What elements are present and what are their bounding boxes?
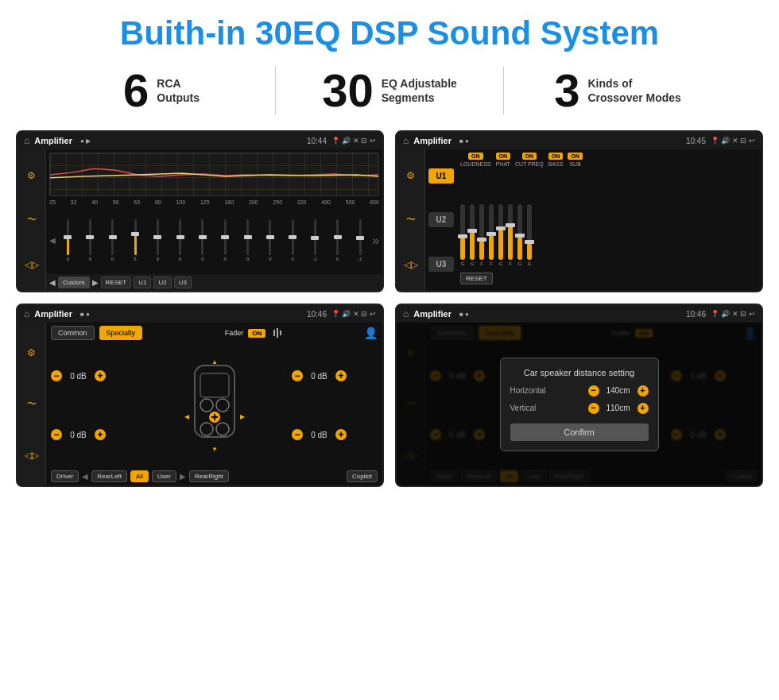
fader-home-icon[interactable]: ⌂: [24, 308, 29, 319]
eq-arrow-right[interactable]: »: [372, 234, 379, 248]
phat-on[interactable]: ON: [496, 153, 511, 160]
eq-slider-7[interactable]: 0: [192, 219, 213, 261]
loudness-slider[interactable]: G: [460, 204, 465, 266]
crossover-reset-btn[interactable]: RESET: [460, 273, 493, 284]
eq-prev-btn[interactable]: ◀: [49, 278, 56, 287]
sub-label: SUB: [569, 161, 580, 167]
eq-slider-11[interactable]: 0: [282, 219, 303, 261]
horizontal-minus[interactable]: −: [588, 385, 599, 396]
eq-u2-btn[interactable]: U2: [153, 277, 171, 288]
eq-status-bar: ⌂ Amplifier ● ▶ 10:44 📍 🔊 ✕ ⊟ ↩: [17, 132, 382, 149]
vertical-value: 110cm: [603, 404, 634, 412]
cutfreq-slider-g[interactable]: G: [498, 204, 503, 266]
eq-wave-icon[interactable]: 〜: [27, 213, 37, 226]
eq-slider-3[interactable]: 0: [103, 219, 123, 261]
crossover-left-sidebar: ⚙ 〜 ◁▷: [397, 149, 425, 291]
eq-slider-2[interactable]: 0: [79, 219, 100, 261]
vertical-minus[interactable]: −: [588, 403, 599, 414]
eq-slider-9[interactable]: 0: [237, 219, 258, 261]
fader-specialty-tab[interactable]: Specialty: [99, 326, 143, 340]
confirm-button[interactable]: Confirm: [510, 423, 649, 441]
fader-rearright-btn[interactable]: RearRight: [189, 470, 229, 482]
phat-ctrl: ON PHAT: [496, 153, 511, 167]
eq-slider-4[interactable]: 5: [125, 219, 145, 261]
eq-slider-14[interactable]: -1: [350, 219, 370, 261]
crossover-wave-icon[interactable]: 〜: [406, 213, 416, 226]
eq-sliders-row: ◀ 0 0: [46, 207, 382, 274]
crossover-vol-icon[interactable]: ◁▷: [404, 259, 418, 270]
phat-slider-f[interactable]: F: [479, 204, 484, 266]
db-control-2: − 0 dB +: [51, 429, 137, 440]
u2-button[interactable]: U2: [428, 212, 454, 227]
cutfreq-slider-f[interactable]: F: [489, 204, 494, 266]
sub-slider[interactable]: G: [527, 204, 532, 266]
eq-home-icon[interactable]: ⌂: [24, 135, 29, 146]
db-minus-4[interactable]: −: [292, 429, 303, 440]
u3-button[interactable]: U3: [428, 257, 454, 272]
fader-copilot-btn[interactable]: Copilot: [347, 470, 378, 482]
eq-play-btn[interactable]: ▶: [92, 278, 99, 287]
horizontal-plus[interactable]: +: [638, 385, 649, 396]
crossover-filter-icon[interactable]: ⚙: [406, 170, 415, 181]
bass-slider-g[interactable]: G: [517, 204, 522, 266]
cutfreq-on[interactable]: ON: [522, 153, 537, 160]
fader-label: Fader: [225, 329, 244, 337]
crossover-home-icon[interactable]: ⌂: [403, 135, 409, 146]
eq-slider-13[interactable]: 0: [327, 219, 348, 261]
fader-common-tab[interactable]: Common: [51, 326, 95, 340]
db-plus-4[interactable]: +: [335, 429, 347, 440]
db-minus-3[interactable]: −: [292, 370, 303, 381]
fader-vol-icon[interactable]: ◁▷: [25, 450, 39, 461]
dialog-home-icon[interactable]: ⌂: [403, 308, 409, 319]
ctrl-sliders: G G: [460, 170, 758, 266]
crossover-app-name: Amplifier: [413, 136, 452, 145]
dialog-dots: ■ ●: [459, 311, 469, 318]
fader-filter-icon[interactable]: ⚙: [27, 347, 36, 358]
db-minus-2[interactable]: −: [51, 429, 62, 440]
eq-reset-btn[interactable]: RESET: [101, 277, 132, 288]
eq-arrow-left[interactable]: ◀: [49, 236, 56, 245]
cutfreq-ctrl: ON CUT FREQ: [515, 153, 544, 167]
fader-right-arrow[interactable]: ▶: [180, 472, 186, 481]
eq-slider-5[interactable]: 0: [147, 219, 168, 261]
eq-slider-1[interactable]: 0: [57, 219, 78, 261]
eq-u3-btn[interactable]: U3: [174, 277, 192, 288]
fader-screen-wrapper: ⌂ Amplifier ■ ● 10:46 📍 🔊 ✕ ⊟ ↩ ⚙ 〜 ◁▷ C…: [16, 304, 384, 487]
u1-button[interactable]: U1: [428, 168, 454, 184]
db-minus-1[interactable]: −: [51, 370, 62, 381]
eq-slider-8[interactable]: 0: [215, 219, 235, 261]
fader-time: 10:46: [307, 310, 327, 319]
dialog-status-bar: ⌂ Amplifier ■ ● 10:46 📍 🔊 ✕ ⊟ ↩: [397, 305, 762, 323]
eq-slider-12[interactable]: -1: [304, 219, 325, 261]
loudness-on[interactable]: ON: [468, 153, 483, 160]
fader-left-arrow[interactable]: ◀: [82, 472, 88, 481]
dialog-horizontal-label: Horizontal: [510, 386, 546, 395]
bass-slider-f[interactable]: F: [508, 204, 513, 266]
fader-on-badge[interactable]: ON: [248, 329, 265, 338]
dialog-vertical-row: Vertical − 110cm +: [510, 403, 649, 414]
dialog-time: 10:46: [686, 310, 706, 319]
eq-u1-btn[interactable]: U1: [134, 277, 151, 288]
eq-slider-6[interactable]: 0: [169, 219, 190, 261]
bass-on[interactable]: ON: [548, 153, 564, 160]
bass-ctrl: ON BASS: [548, 153, 564, 167]
fader-dots: ■ ●: [80, 311, 90, 318]
db-plus-2[interactable]: +: [95, 429, 106, 440]
db-control-3: − 0 dB +: [292, 370, 378, 381]
fader-lines: [273, 328, 281, 338]
fader-user-btn[interactable]: User: [152, 470, 176, 482]
vertical-plus[interactable]: +: [638, 403, 649, 414]
eq-freq-labels: 253240506380100125160200250320400500630: [46, 199, 382, 205]
eq-filter-icon[interactable]: ⚙: [27, 170, 36, 181]
sub-on[interactable]: ON: [568, 153, 583, 160]
phat-slider-g[interactable]: G: [470, 204, 475, 266]
db-plus-3[interactable]: +: [335, 370, 347, 381]
fader-rearleft-btn[interactable]: RearLeft: [91, 470, 127, 482]
eq-volume-icon[interactable]: ◁▷: [25, 259, 39, 270]
fader-wave-icon[interactable]: 〜: [27, 397, 37, 411]
eq-slider-10[interactable]: 0: [260, 219, 281, 261]
stat-label-rca: RCA Outputs: [157, 76, 200, 105]
fader-all-btn[interactable]: All: [130, 470, 149, 482]
db-plus-1[interactable]: +: [95, 370, 106, 381]
fader-driver-btn[interactable]: Driver: [51, 470, 79, 482]
